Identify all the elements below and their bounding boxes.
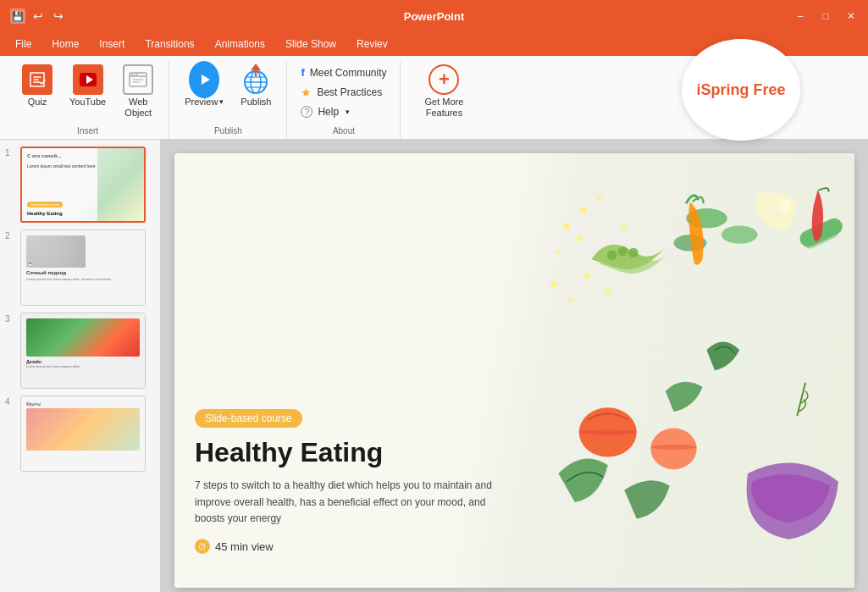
publish-button[interactable]: Publish <box>235 61 276 111</box>
slide-time-label: 45 min view <box>215 540 274 553</box>
window-controls: – □ ✕ <box>793 9 858 23</box>
slide-num-3: 3 <box>5 314 15 324</box>
time-icon: ⏱ <box>195 539 210 554</box>
slide-thumb-img-4: Фрукты <box>20 396 146 472</box>
get-more-label: Get More Features <box>425 97 464 119</box>
quiz-label: Quiz <box>28 97 47 108</box>
slide-thumb-1[interactable]: 1 С его силой... Lorem ipsum small text … <box>5 147 155 223</box>
about-buttons: f Meet Community ★ Best Practices ? Help… <box>297 61 390 123</box>
get-more-icon: + <box>428 64 459 95</box>
slide-content: Slide-based course Healthy Eating 7 step… <box>174 153 854 588</box>
insert-group-label: Insert <box>77 126 98 136</box>
svg-marker-6 <box>202 75 210 85</box>
slide-num-4: 4 <box>5 397 15 407</box>
svg-point-38 <box>650 445 696 450</box>
redo-button[interactable]: ↪ <box>51 8 66 24</box>
svg-point-18 <box>617 246 628 257</box>
svg-point-28 <box>605 289 611 296</box>
publish-buttons: Preview ▾ <box>180 61 276 123</box>
preview-icon-circle <box>189 61 219 98</box>
insert-buttons: Quiz YouTube Web Object <box>17 61 158 123</box>
menu-slideshow[interactable]: Slide Show <box>277 36 345 53</box>
slide-thumb-4[interactable]: 4 Фрукты <box>5 396 155 472</box>
quiz-icon <box>22 64 53 95</box>
youtube-icon-box <box>73 64 103 95</box>
slide-num-2: 2 <box>5 231 15 241</box>
meet-community-button[interactable]: f Meet Community <box>297 64 390 80</box>
svg-point-23 <box>556 249 561 254</box>
slide-title: Healthy Eating <box>195 438 569 468</box>
svg-point-26 <box>568 298 573 303</box>
svg-point-3 <box>131 74 133 75</box>
slide-thumb-3[interactable]: 3 Дизайн Lorem ipsum text lorem ipsum do… <box>5 313 155 389</box>
quiz-button[interactable]: Quiz <box>17 61 58 111</box>
title-bar-left-controls: 💾 ↩ ↪ <box>10 8 66 24</box>
svg-point-24 <box>576 236 582 242</box>
close-button[interactable]: ✕ <box>844 9 858 23</box>
slide-thumb-2[interactable]: 2 🥗 Сочный подход Lorem ipsum text lorem… <box>5 230 155 306</box>
ribbon: Quiz YouTube Web Object <box>0 56 868 140</box>
svg-point-27 <box>584 273 590 279</box>
help-button[interactable]: ? Help ▾ <box>297 104 390 119</box>
slide-panel: 1 С его силой... Lorem ipsum small text … <box>0 140 161 592</box>
ribbon-group-insert: Quiz YouTube Web Object <box>7 61 169 139</box>
slide-view: Slide-based course Healthy Eating 7 step… <box>161 140 868 592</box>
facebook-icon: f <box>301 66 304 79</box>
preview-label: Preview ▾ <box>185 97 224 108</box>
get-more-section: + Get More Features <box>401 61 487 139</box>
webobject-label: Web Object <box>124 97 152 119</box>
menu-review[interactable]: Reviev <box>348 36 396 53</box>
ispring-badge-text: iSpring Free <box>696 81 785 99</box>
preview-button[interactable]: Preview ▾ <box>180 61 229 111</box>
svg-point-29 <box>621 224 627 230</box>
slide-thumb-img-1: С его силой... Lorem ipsum small text co… <box>20 147 146 223</box>
menu-animations[interactable]: Animations <box>207 36 274 53</box>
app-title: PowerPoint <box>404 10 465 23</box>
svg-point-36 <box>578 429 636 434</box>
maximize-button[interactable]: □ <box>819 9 832 23</box>
menu-transitions[interactable]: Transitions <box>136 36 202 53</box>
menu-file[interactable]: File <box>7 36 40 53</box>
undo-button[interactable]: ↩ <box>30 8 46 24</box>
slide-badge: Slide-based course <box>195 409 302 428</box>
svg-point-21 <box>579 207 586 213</box>
svg-point-20 <box>563 224 570 230</box>
best-practices-button[interactable]: ★ Best Practices <box>297 84 390 101</box>
main-slide: Slide-based course Healthy Eating 7 step… <box>174 153 854 588</box>
quiz-icon-box <box>22 64 53 95</box>
slide-thumb-img-3: Дизайн Lorem ipsum text lorem ipsum dolo… <box>20 313 146 389</box>
svg-point-17 <box>606 251 616 261</box>
title-bar: 💾 ↩ ↪ PowerPoint – □ ✕ <box>0 0 868 32</box>
publish-icon <box>240 64 271 95</box>
webobject-button[interactable]: Web Object <box>118 61 158 122</box>
webobject-icon-box <box>123 64 153 95</box>
menu-home[interactable]: Home <box>43 36 87 53</box>
ribbon-group-publish: Preview ▾ <box>169 61 287 139</box>
youtube-icon <box>73 64 103 95</box>
ispring-badge[interactable]: iSpring Free <box>682 39 800 141</box>
svg-point-25 <box>550 281 557 288</box>
slide-thumb-img-2: 🥗 Сочный подход Lorem ipsum text lorem i… <box>20 230 146 306</box>
preview-icon <box>189 64 219 95</box>
svg-point-15 <box>721 225 758 243</box>
meet-community-label: Meet Community <box>310 67 387 79</box>
webobject-icon <box>123 64 153 95</box>
publish-label: Publish <box>240 97 271 108</box>
youtube-button[interactable]: YouTube <box>64 61 111 111</box>
svg-point-4 <box>134 74 135 75</box>
best-practices-label: Best Practices <box>317 86 382 98</box>
slide-text-area: Slide-based course Healthy Eating 7 step… <box>195 409 569 554</box>
slide-description: 7 steps to switch to a healthy diet whic… <box>195 478 517 527</box>
save-icon[interactable]: 💾 <box>10 8 25 24</box>
menu-insert[interactable]: Insert <box>91 36 133 53</box>
about-list: f Meet Community ★ Best Practices ? Help… <box>297 61 390 123</box>
minimize-button[interactable]: – <box>793 9 807 23</box>
slide-vegetables <box>542 153 854 588</box>
help-label: Help <box>318 106 339 118</box>
get-more-button[interactable]: + Get More Features <box>414 61 473 122</box>
svg-marker-13 <box>251 64 261 70</box>
star-icon: ★ <box>301 86 312 99</box>
svg-point-31 <box>779 200 791 212</box>
slide-time: ⏱ 45 min view <box>195 539 569 554</box>
youtube-label: YouTube <box>69 97 106 108</box>
